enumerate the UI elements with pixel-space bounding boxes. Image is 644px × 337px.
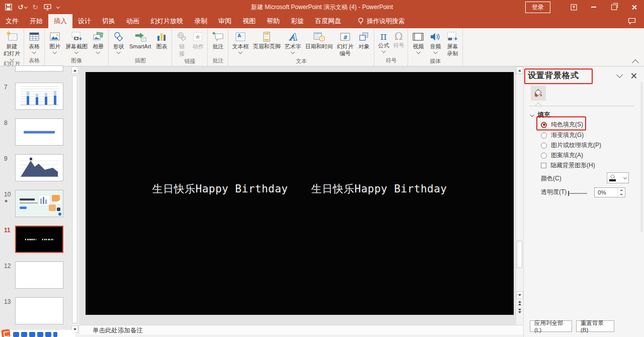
tab-record[interactable]: 录制 [189, 14, 213, 28]
chevron-down-icon [117, 50, 121, 54]
audio-button[interactable]: 音频 [427, 30, 443, 53]
close-icon [631, 5, 637, 10]
fill-tab-button[interactable] [531, 86, 546, 101]
pane-options-chevron-icon[interactable] [616, 72, 623, 78]
scrollbar-thumb[interactable] [72, 76, 77, 323]
slide-title-right[interactable]: 生日快乐Happy Birthday [311, 182, 447, 196]
tab-file[interactable]: 文件 [0, 14, 24, 28]
transparency-slider[interactable] [568, 191, 587, 196]
header-footer-button[interactable]: 页眉和页脚 [251, 30, 282, 50]
notes-placeholder: 单击此处添加备注 [79, 326, 143, 335]
screen-recording-button[interactable]: 屏幕 录制 [444, 30, 460, 57]
notes-pane[interactable]: 单击此处添加备注 [79, 325, 523, 335]
smartart-button[interactable]: SmartArt [128, 30, 152, 50]
screenshot-button[interactable]: 屏幕截图 [64, 30, 89, 53]
annotation-box-title [524, 69, 593, 84]
transparency-value[interactable]: 0% [595, 188, 617, 197]
transparency-spinner[interactable]: 0% [594, 187, 625, 197]
title-bar: ↺ ↻ 新建 Microsoft PowerPoint 演示文稿 (4) - P… [0, 0, 644, 14]
spin-up-button[interactable] [618, 188, 625, 192]
tab-review[interactable]: 审阅 [213, 14, 237, 28]
scroll-up-button[interactable] [516, 66, 523, 74]
option-hide-background-graphics[interactable]: 隐藏背景图形(H) [541, 161, 595, 170]
group-media: 视频 音频 屏幕 录制 媒体 [408, 28, 463, 66]
video-button[interactable]: 视频 [410, 30, 426, 53]
slide-number-button[interactable]: # 幻灯片 编号 [335, 30, 355, 57]
chevron-down-icon [238, 50, 243, 54]
tab-home[interactable]: 开始 [24, 14, 48, 28]
slide-canvas[interactable]: 生日快乐Happy Birthday 生日快乐Happy Birthday [86, 72, 514, 315]
pane-close-icon[interactable] [631, 73, 637, 79]
feedback-button[interactable] [628, 14, 636, 28]
date-time-button[interactable]: 日期和时间 [303, 30, 334, 50]
slide-title-left[interactable]: 生日快乐Happy Birthday [152, 182, 288, 196]
next-slide-button[interactable] [516, 307, 523, 314]
minimize-button[interactable] [584, 0, 604, 14]
tab-caixuan[interactable]: 彩旋 [285, 14, 309, 28]
tab-animations[interactable]: 动画 [121, 14, 145, 28]
shapes-button[interactable]: 形状 [111, 30, 127, 53]
scroll-down-button[interactable] [516, 291, 523, 299]
editor-scrollbar[interactable] [516, 66, 523, 325]
save-icon[interactable] [5, 4, 12, 11]
photo-album-button[interactable]: 相册 [90, 30, 106, 53]
chevron-down-icon [291, 50, 295, 54]
comment-button[interactable]: 批注 [210, 30, 226, 50]
object-button[interactable]: 对象 [356, 30, 372, 50]
slide-number: 9 [4, 155, 8, 162]
option-picture-texture-fill[interactable]: 图片或纹理填充(P) [541, 141, 601, 150]
collapse-ribbon-icon[interactable] [632, 59, 639, 66]
previous-slide-button[interactable] [516, 299, 523, 306]
chevron-down-icon [530, 113, 534, 117]
slide-number: 8 [4, 119, 8, 126]
pictures-button[interactable]: 图片 [47, 30, 63, 53]
customize-qat-button[interactable] [57, 6, 59, 8]
start-slideshow-button[interactable] [44, 4, 51, 11]
tab-help[interactable]: 帮助 [261, 14, 285, 28]
apply-to-all-button[interactable]: 应用到全部(L) [530, 320, 572, 332]
screen-recording-icon [446, 31, 459, 43]
redo-button[interactable]: ↻ [32, 3, 38, 11]
chevron-down-icon [74, 50, 78, 54]
close-button[interactable] [624, 0, 644, 14]
color-picker-button[interactable] [607, 172, 629, 183]
option-pattern-fill[interactable]: 图案填充(A) [541, 151, 583, 160]
scroll-up-button[interactable] [71, 66, 78, 74]
svg-text:A: A [289, 31, 297, 42]
tab-insert[interactable]: 插入 [48, 14, 72, 28]
ribbon-display-options-button[interactable] [564, 0, 584, 14]
signin-button[interactable]: 登录 [525, 2, 550, 13]
spin-down-button[interactable] [618, 192, 625, 197]
undo-button[interactable]: ↺ [18, 3, 27, 11]
equation-button[interactable]: π 公式 [376, 30, 390, 52]
reset-background-button[interactable]: 重置背景(B) [576, 320, 614, 332]
tell-me-search[interactable]: 操作说明搜索 [358, 14, 405, 28]
link-icon [176, 31, 188, 43]
wordart-button[interactable]: A 艺术字 [283, 30, 302, 53]
new-slide-button[interactable]: 新建 幻灯片 [2, 30, 22, 60]
tab-transitions[interactable]: 切换 [97, 14, 121, 28]
group-links: 链 接 动作 链接 [172, 28, 208, 66]
chevron-down-icon [53, 50, 57, 54]
svg-text:A: A [237, 33, 241, 38]
triangle-down-icon [620, 194, 623, 195]
new-comment-icon [211, 31, 224, 43]
scrollbar-thumb[interactable] [517, 241, 522, 268]
option-gradient-fill[interactable]: 渐变填充(G) [541, 131, 584, 140]
minimize-icon [591, 7, 596, 8]
tab-slideshow[interactable]: 幻灯片放映 [145, 14, 189, 28]
restore-button[interactable] [604, 0, 624, 14]
pane-scrollbar[interactable] [640, 82, 643, 233]
table-button[interactable]: 表格 [26, 30, 42, 53]
thumbnail-scrollbar[interactable] [71, 66, 78, 333]
undo-dropdown-icon [24, 5, 27, 8]
chart-button[interactable]: 图表 [153, 30, 170, 50]
textbox-button[interactable]: A 文本框 [230, 30, 250, 53]
tab-view[interactable]: 视图 [237, 14, 261, 28]
svg-text:#: # [343, 34, 348, 41]
shapes-icon [112, 31, 125, 43]
undo-icon: ↺ [18, 3, 24, 11]
wordart-icon: A [286, 31, 299, 43]
tab-baidu-netdisk[interactable]: 百度网盘 [309, 14, 347, 28]
tab-design[interactable]: 设计 [72, 14, 97, 28]
